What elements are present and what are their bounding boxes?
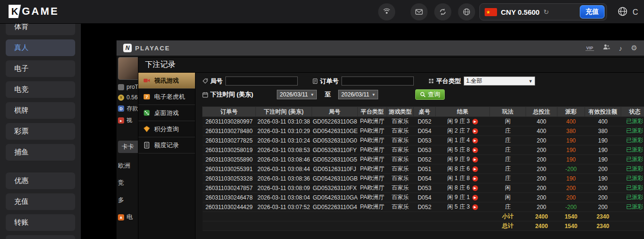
menu-item-quota-records[interactable]: 额度记录 [138,137,195,153]
replay-icon[interactable]: ▶ [472,176,478,182]
table-row[interactable]: 260311030278480 2026-03-11 03:10:29 GD05… [203,126,644,136]
menu-item-slots[interactable]: 7 电子老虎机 [138,89,195,105]
table-row[interactable]: 260311030244429 2026-03-11 03:07:52 GD05… [203,202,644,212]
cell-bet: 200 [526,155,557,164]
bet-records-modal: 下注记录 视讯游戏 7 电子老虎机 桌面游戏 积分查询 [138,57,644,239]
sidebar-item-live[interactable]: 真人 [6,39,75,56]
cell-game: 百家乐 [387,183,414,193]
cell-order: 260311030258019 [203,145,256,155]
replay-icon[interactable]: ▶ [472,147,478,153]
cell-table: D052 [414,155,436,164]
cell-status: 已派彩 [621,126,644,136]
replay-icon[interactable]: ▶ [472,157,478,163]
replay-icon[interactable]: ▶ [472,185,478,191]
query-button[interactable]: 查询 [415,89,445,100]
language-label[interactable]: C [633,8,638,17]
table-row[interactable]: 260311030258019 2026-03-11 03:08:53 GD05… [203,145,644,155]
broadcast-icon[interactable] [378,3,395,20]
round-input[interactable] [225,76,298,86]
col-order: 订单号 [203,107,256,117]
cell-platform: PA欧洲厅 [358,145,387,155]
user-name: proT [127,84,138,90]
cell-order: 260311030255890 [203,155,256,164]
order-label: 订单号 [320,77,339,86]
cell-round: GD053263110FY [312,145,358,155]
sidebar-item-transfer[interactable]: 转账 [6,214,75,231]
table-row[interactable]: 260311030255391 2026-03-11 03:08:44 GD05… [203,164,644,174]
chevron-down-icon: ▼ [528,79,533,84]
table-row[interactable]: 260311030247857 2026-03-11 03:08:09 GD05… [203,183,644,193]
replay-icon[interactable]: ▶ [472,195,478,201]
cell-game: 百家乐 [387,136,414,145]
cell-status: 已派彩 [621,155,644,164]
kgame-logo[interactable]: K GAME [9,5,59,18]
deposit-button[interactable]: 充值 [580,5,605,19]
replay-icon[interactable]: ▶ [472,138,478,143]
players-icon[interactable] [603,43,610,53]
table-row[interactable]: 260311030253328 2026-03-11 03:08:36 GD05… [203,174,644,183]
vip-icon[interactable]: VIP [585,46,595,51]
menu-item-table-games[interactable]: 桌面游戏 [138,105,195,121]
globe-icon[interactable] [458,3,475,20]
sidebar-item-deposit[interactable]: 充值 [6,193,75,210]
table-row[interactable]: 260311030255890 2026-03-11 03:08:46 GD05… [203,155,644,164]
table-row[interactable]: 260311030246478 2026-03-11 03:08:04 GD05… [203,193,644,202]
sync-icon[interactable] [434,3,451,20]
music-icon[interactable]: ♪ [619,44,623,52]
top-header: K GAME ★ CNY 0.5600 ↻ 充值 C [0,0,644,24]
records-document-icon [143,142,150,149]
language-globe-icon[interactable] [617,6,628,19]
deposit-d-icon: D [118,105,124,112]
mail-icon[interactable] [410,3,428,20]
sidebar-item-promotions[interactable]: 优惠 [6,172,75,189]
col-table: 桌号 [414,107,436,117]
sidebar-item-lottery[interactable]: 彩票 [6,123,75,140]
cell-order: 260311030277825 [203,136,256,145]
sidebar-item-withdraw[interactable]: 提款 [6,235,75,239]
cell-platform: PA欧洲厅 [358,193,387,202]
sidebar-item-slots[interactable]: 电子 [6,60,75,77]
cell-round: GD051263110FJ [312,164,358,174]
cell-valid: 200 [585,164,621,174]
game-stage: N PLAYACE VIP ♪ ⚙ proT ¥ 0.56 D [81,24,644,239]
platform-label: 平台类型 [436,77,461,86]
cell-platform: PA欧洲厅 [358,136,387,145]
subtotal-label: 小计 [490,212,526,221]
cell-bet: 400 [526,117,557,126]
cell-order: 260311030246478 [203,193,256,202]
replay-icon[interactable]: ▶ [472,166,478,172]
table-row[interactable]: 260311030280997 2026-03-11 03:10:38 GD05… [203,117,644,126]
lobby-deposit-label: 存款 [127,105,138,113]
cell-time: 2026-03-11 03:08:04 [256,193,312,202]
cell-table: D052 [414,202,436,212]
round-label: 局号 [210,77,223,86]
gear-icon[interactable]: ⚙ [631,44,637,52]
user-avatar[interactable] [118,57,139,80]
cell-status: 已派彩 [621,202,644,212]
sidebar-item-cards[interactable]: 棋牌 [6,102,75,119]
col-round: 局号 [312,107,358,117]
replay-icon[interactable]: ▶ [472,119,478,124]
china-flag-icon: ★ [485,8,497,16]
date-from-select[interactable]: 2026/03/11▼ [277,90,317,99]
round-icon [202,78,208,84]
sidebar-item-fishing[interactable]: 捕鱼 [6,144,75,161]
date-to-select[interactable]: 2026/03/11▼ [338,90,378,99]
bet-records-table: 订单号 下注时间 (美东) 局号 平台类型 游戏类型 桌号 结果 玩法 总投注 … [202,106,644,231]
replay-icon[interactable]: ▶ [472,128,478,134]
sidebar-item-esports[interactable]: 电竞 [6,81,75,98]
replay-icon[interactable]: ▶ [472,204,478,210]
cell-bet: 200 [526,164,557,174]
sidebar-item-sports[interactable]: 体育 [6,24,75,35]
cell-table: D054 [414,193,436,202]
menu-item-points[interactable]: 积分查询 [138,121,195,137]
currency-selector[interactable]: ★ CNY 0.5600 ↻ 充值 [479,3,607,20]
playace-logo-text: PLAYACE [135,45,170,52]
table-row[interactable]: 260311030277825 2026-03-11 03:10:24 GD05… [203,136,644,145]
platform-select[interactable]: 1.全部 ▼ [464,76,535,86]
total-row: 总计 2400 1540 2340 [203,221,644,231]
cell-game: 百家乐 [387,117,414,126]
menu-item-video-games[interactable]: 视讯游戏 [138,73,195,89]
order-input[interactable] [342,76,414,86]
balance-refresh-icon[interactable]: ↻ [543,8,549,16]
